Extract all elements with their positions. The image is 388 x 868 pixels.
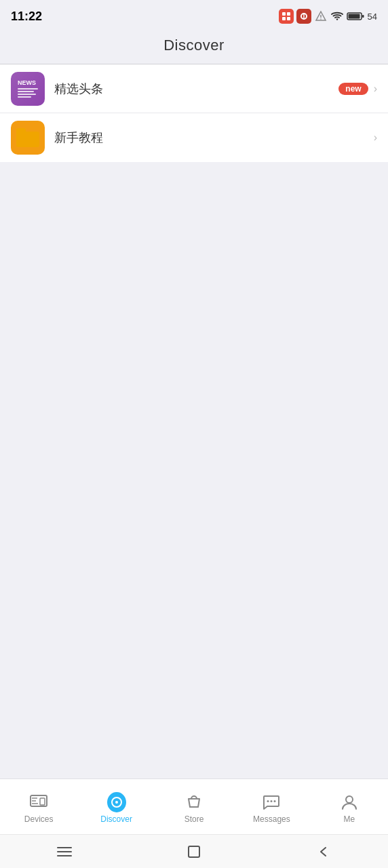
news-icon: NEWS bbox=[11, 72, 45, 106]
svg-point-7 bbox=[320, 18, 322, 20]
status-icons: 54 bbox=[279, 9, 377, 24]
app-icon-1 bbox=[279, 9, 294, 24]
alert-icon bbox=[314, 9, 328, 23]
svg-rect-15 bbox=[40, 798, 45, 805]
page-title: Discover bbox=[0, 37, 388, 54]
svg-point-21 bbox=[346, 796, 353, 803]
battery-level: 54 bbox=[368, 12, 377, 22]
svg-rect-1 bbox=[287, 12, 290, 16]
svg-point-20 bbox=[274, 800, 276, 802]
status-time: 11:22 bbox=[11, 9, 42, 24]
nav-item-me[interactable]: Me bbox=[311, 787, 388, 824]
discover-label: Discover bbox=[100, 814, 132, 824]
devices-icon bbox=[29, 793, 48, 812]
svg-point-19 bbox=[271, 800, 273, 802]
page-header: Discover bbox=[0, 30, 388, 64]
nav-item-messages[interactable]: Messages bbox=[233, 787, 310, 824]
nav-item-devices[interactable]: Devices bbox=[0, 787, 77, 824]
svg-rect-3 bbox=[287, 17, 290, 20]
discover-icon bbox=[107, 793, 126, 812]
app-icon-2 bbox=[296, 9, 311, 24]
news-chevron-icon: › bbox=[374, 83, 377, 95]
svg-rect-9 bbox=[348, 14, 360, 19]
store-icon bbox=[185, 793, 203, 812]
svg-rect-2 bbox=[282, 17, 286, 20]
wifi-icon bbox=[330, 11, 344, 22]
svg-point-18 bbox=[267, 800, 269, 802]
system-home-button[interactable] bbox=[180, 838, 208, 865]
status-bar: 11:22 bbox=[0, 0, 388, 30]
tutorial-label: 新手教程 bbox=[54, 130, 368, 146]
svg-rect-25 bbox=[189, 846, 199, 857]
svg-rect-0 bbox=[282, 12, 286, 16]
system-back-button[interactable] bbox=[310, 838, 337, 865]
system-menu-button[interactable] bbox=[51, 838, 78, 865]
news-item[interactable]: NEWS 精选头条 new › bbox=[0, 64, 388, 113]
list-section: NEWS 精选头条 new › bbox=[0, 64, 388, 162]
battery-icon bbox=[347, 12, 364, 21]
me-label: Me bbox=[343, 814, 355, 824]
system-nav bbox=[0, 834, 388, 868]
tutorial-item[interactable]: 新手教程 › bbox=[0, 113, 388, 162]
messages-label: Messages bbox=[253, 814, 290, 824]
svg-point-17 bbox=[115, 801, 118, 804]
new-badge: new bbox=[338, 83, 368, 95]
store-label: Store bbox=[185, 814, 204, 824]
content-area: NEWS 精选头条 new › bbox=[0, 64, 388, 778]
news-label: 精选头条 bbox=[54, 81, 332, 97]
tutorial-chevron-icon: › bbox=[374, 132, 377, 144]
nav-item-store[interactable]: Store bbox=[155, 787, 233, 824]
messages-icon bbox=[262, 793, 281, 812]
svg-rect-10 bbox=[362, 15, 364, 18]
tutorial-icon bbox=[11, 121, 45, 155]
nav-item-discover[interactable]: Discover bbox=[77, 787, 155, 824]
bottom-nav: Devices Discover Store bbox=[0, 778, 388, 834]
me-icon bbox=[340, 793, 359, 812]
devices-label: Devices bbox=[24, 814, 54, 824]
